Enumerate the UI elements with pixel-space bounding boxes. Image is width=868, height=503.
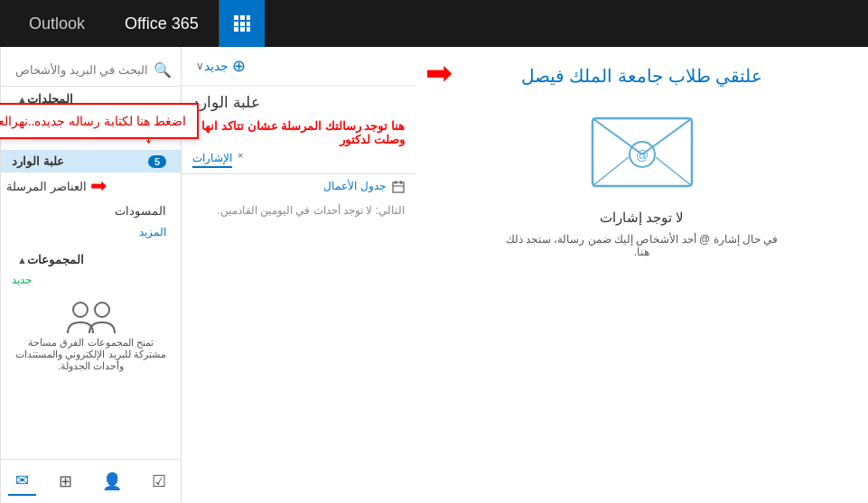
grid-button[interactable] <box>219 0 265 47</box>
calendar-icon[interactable]: ⊞ <box>51 468 79 495</box>
svg-rect-5 <box>247 22 250 26</box>
inbox-header: علبة الوارد <box>182 86 415 116</box>
svg-line-18 <box>593 157 629 186</box>
svg-point-10 <box>95 303 109 317</box>
office365-nav-item[interactable]: Office 365 <box>105 0 219 47</box>
svg-line-16 <box>593 118 642 154</box>
sidebar-bottom-bar: ☑ 👤 ⊞ ✉ <box>1 459 181 503</box>
filter-tabs: × الإشارات <box>182 150 415 174</box>
svg-point-9 <box>73 303 88 317</box>
next-events-text: التالي: لا توجد أحداث في اليومين القادمي… <box>182 199 415 222</box>
svg-rect-8 <box>247 27 250 32</box>
groups-description: تمنح المجموعات الفرق مساحة مشتركة للبريد… <box>10 337 172 372</box>
sent-label[interactable]: العناصر المرسلة <box>6 180 87 193</box>
svg-rect-11 <box>393 182 404 192</box>
office365-label: Office 365 <box>125 14 199 33</box>
search-bar[interactable]: 🔍 <box>1 54 181 87</box>
top-navigation: Office 365 Outlook <box>0 0 868 47</box>
outlook-nav-item[interactable]: Outlook <box>9 0 105 47</box>
groups-icon-area: تمنح المجموعات الفرق مساحة مشتركة للبريد… <box>1 290 181 381</box>
new-label: جديد <box>204 59 229 73</box>
compose-hint-text: اضغط هنا لكتابة رساله جديده..نهرالعطا <box>0 114 186 128</box>
notification-description: في حال إشارة @ أحد الأشخاص إليك ضمن رسال… <box>498 233 787 258</box>
svg-text:@: @ <box>635 148 648 163</box>
svg-rect-1 <box>240 15 245 20</box>
email-icon-container: @ <box>588 105 696 195</box>
page-main-title: علتقي طلاب جامعة الملك فيصل <box>521 65 762 87</box>
new-message-bar: ⊕ جديد ∨ ➡ <box>182 47 415 86</box>
new-message-button[interactable]: ⊕ جديد <box>204 56 246 76</box>
svg-rect-4 <box>240 22 245 26</box>
groups-new-label[interactable]: جديد <box>12 274 32 286</box>
compose-area-wrapper: اضغط هنا لكتابة رساله جديده..نهرالعطا ⊕ … <box>182 47 415 86</box>
search-icon: 🔍 <box>154 61 172 79</box>
main-layout: 🔍 المجلدات ▲ هنا يوجد رد الدكتور ↓ 5 علب… <box>0 47 868 503</box>
calendar-label[interactable]: جدول الأعمال <box>323 180 385 192</box>
drafts-label: المسودات <box>115 204 166 218</box>
svg-line-17 <box>642 118 692 154</box>
filter-close-icon[interactable]: × <box>238 150 243 168</box>
groups-section-header[interactable]: المجموعات ▲ <box>1 247 181 270</box>
svg-line-19 <box>656 157 692 186</box>
people-icon[interactable]: 👤 <box>95 468 129 495</box>
sidebar-item-inbox[interactable]: 5 علبة الوارد <box>1 150 181 172</box>
no-notifications-text: لا توجد إشارات <box>600 210 684 226</box>
svg-rect-0 <box>234 15 238 20</box>
main-content: علتقي طلاب جامعة الملك فيصل @ لا توجد إش… <box>415 47 868 503</box>
groups-label: المجموعات <box>27 253 84 266</box>
outlook-label: Outlook <box>29 14 85 33</box>
sent-arrow-wrapper: ➡ العناصر المرسلة <box>1 172 181 200</box>
inbox-badge: 5 <box>148 155 166 168</box>
groups-new-area: جديد <box>1 270 181 290</box>
next-events-label: جدول الأعمال <box>182 174 415 199</box>
email-illustration: @ <box>588 105 696 191</box>
sidebar-item-drafts[interactable]: المسودات <box>1 200 181 222</box>
search-input[interactable] <box>0 63 148 77</box>
plus-icon: ⊕ <box>232 56 246 76</box>
new-message-chevron[interactable]: ∨ <box>196 60 204 72</box>
sent-arrow-icon: ➡ <box>90 174 107 198</box>
groups-people-icon <box>64 299 118 337</box>
more-label[interactable]: المزيد <box>1 222 181 242</box>
svg-rect-7 <box>240 27 245 32</box>
sent-annotation: هنا توجد رسالتك المرسلة عشان تتاكد انها … <box>182 116 415 150</box>
groups-chevron: ▲ <box>17 255 27 265</box>
tasks-icon[interactable]: ☑ <box>145 468 173 495</box>
inbox-label: علبة الوارد <box>12 154 64 168</box>
svg-rect-3 <box>234 22 238 26</box>
filter-tab-notifications[interactable]: الإشارات <box>192 150 232 168</box>
svg-rect-6 <box>234 27 238 32</box>
inbox-title: علبة الوارد <box>192 93 260 112</box>
calendar-small-icon <box>392 181 405 193</box>
mail-icon[interactable]: ✉ <box>8 467 36 496</box>
svg-rect-2 <box>247 15 250 20</box>
middle-panel: اضغط هنا لكتابة رساله جديده..نهرالعطا ⊕ … <box>181 47 415 503</box>
compose-hint-box[interactable]: اضغط هنا لكتابة رساله جديده..نهرالعطا <box>0 103 199 139</box>
